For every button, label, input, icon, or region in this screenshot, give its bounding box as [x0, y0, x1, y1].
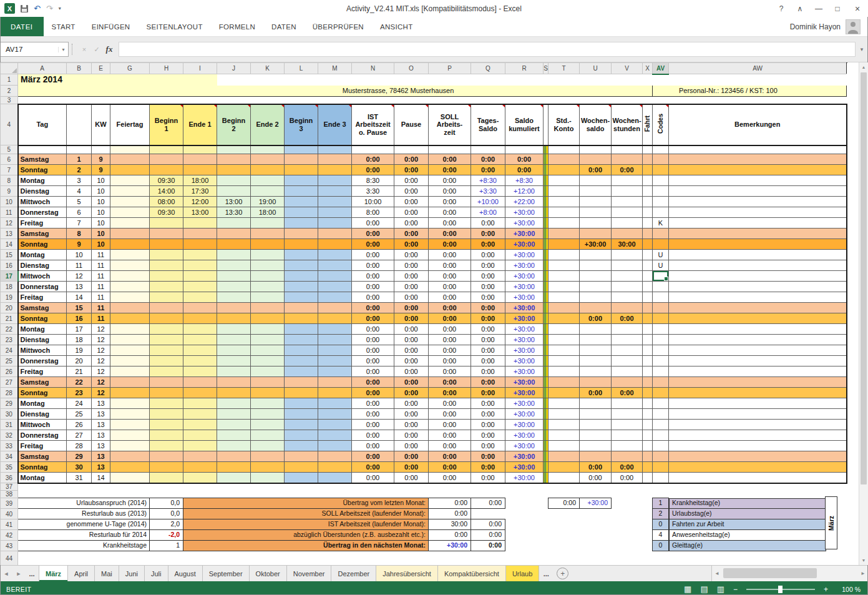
cell[interactable]: [544, 498, 549, 509]
cell-P24[interactable]: 0:00: [429, 345, 471, 356]
cell[interactable]: [643, 519, 653, 530]
cell-A36[interactable]: Montag: [18, 473, 67, 483]
cell-I21[interactable]: [183, 313, 217, 324]
cell-K27[interactable]: [251, 377, 285, 388]
cell-B6[interactable]: 1: [67, 154, 92, 165]
cell-V24[interactable]: [612, 345, 643, 356]
cell[interactable]: [544, 519, 549, 530]
cell-AW26[interactable]: [669, 366, 847, 377]
cell-V5[interactable]: [612, 145, 643, 154]
cell-K20[interactable]: [251, 303, 285, 313]
cell-O15[interactable]: 0:00: [394, 250, 429, 260]
cell-A31[interactable]: Mittwoch: [18, 420, 67, 430]
cell[interactable]: [643, 498, 653, 509]
page-layout-view-icon[interactable]: ▤: [700, 585, 708, 593]
row-header-3[interactable]: 3: [1, 97, 18, 104]
cell-X30[interactable]: [643, 409, 653, 420]
cell-K16[interactable]: [251, 260, 285, 271]
redo-icon[interactable]: ↷: [46, 4, 53, 12]
cell-X6[interactable]: [643, 154, 653, 165]
cell-AV30[interactable]: [653, 409, 669, 420]
cell-I35[interactable]: [183, 462, 217, 473]
cell-H10[interactable]: 08:00: [150, 197, 183, 207]
cell-J27[interactable]: [217, 377, 251, 388]
cell-M26[interactable]: [318, 366, 352, 377]
cell-B11[interactable]: 6: [67, 207, 92, 218]
cell-X17[interactable]: [643, 271, 653, 282]
cell-O25[interactable]: 0:00: [394, 356, 429, 366]
cell-T14[interactable]: [549, 239, 580, 250]
cell-Q25[interactable]: 0:00: [471, 356, 505, 366]
cell-X26[interactable]: [643, 366, 653, 377]
select-all-corner[interactable]: [1, 63, 18, 74]
cell-AW13[interactable]: [669, 229, 847, 239]
cell-N29[interactable]: 0:00: [352, 398, 394, 409]
cell-M17[interactable]: [318, 271, 352, 282]
col-header-Q[interactable]: Q: [471, 63, 505, 74]
cell-I18[interactable]: [183, 282, 217, 292]
cell-AW9[interactable]: [669, 186, 847, 197]
cell-S17[interactable]: [544, 271, 549, 282]
cell-R18[interactable]: +30:00: [505, 282, 544, 292]
row-header-28[interactable]: 28: [1, 388, 18, 398]
cell-X7[interactable]: [643, 165, 653, 175]
cell-AV19[interactable]: [653, 292, 669, 303]
cell-V22[interactable]: [612, 324, 643, 335]
cell-X31[interactable]: [643, 420, 653, 430]
cell-A29[interactable]: Montag: [18, 398, 67, 409]
cell-J24[interactable]: [217, 345, 251, 356]
cell-P6[interactable]: 0:00: [429, 154, 471, 165]
row-header-25[interactable]: 25: [1, 356, 18, 366]
cell-T6[interactable]: [549, 154, 580, 165]
cell-O5[interactable]: [394, 145, 429, 154]
cell-S10[interactable]: [544, 197, 549, 207]
cell-R20[interactable]: +30:00: [505, 303, 544, 313]
cell-A19[interactable]: Freitag: [18, 292, 67, 303]
cell-Q8[interactable]: +8:30: [471, 175, 505, 186]
cell-E33[interactable]: 13: [92, 441, 110, 451]
row-header-39[interactable]: 39: [1, 498, 18, 509]
cell-X9[interactable]: [643, 186, 653, 197]
cell-N36[interactable]: 0:00: [352, 473, 394, 483]
cell-S5[interactable]: [544, 145, 549, 154]
col-header-AV[interactable]: AV: [653, 63, 669, 74]
scroll-down-icon[interactable]: ▼: [859, 556, 868, 565]
cell-A18[interactable]: Donnerstag: [18, 282, 67, 292]
cell-L27[interactable]: [285, 377, 318, 388]
row-header-7[interactable]: 7: [1, 165, 18, 175]
cell-AV15[interactable]: U: [653, 250, 669, 260]
cell-O21[interactable]: 0:00: [394, 313, 429, 324]
col-header-O[interactable]: O: [394, 63, 429, 74]
header-std_konto[interactable]: Std.- Konto: [549, 104, 580, 145]
cell-O29[interactable]: 0:00: [394, 398, 429, 409]
cell-V23[interactable]: [612, 335, 643, 345]
cell-H12[interactable]: [150, 218, 183, 229]
header-tag_nr[interactable]: [67, 104, 92, 145]
cell-V32[interactable]: [612, 430, 643, 441]
cell-L34[interactable]: [285, 451, 318, 462]
cell-AV14[interactable]: [653, 239, 669, 250]
cell-G33[interactable]: [110, 441, 150, 451]
cell-B30[interactable]: 25: [67, 409, 92, 420]
header-beginn3[interactable]: Beginn 3: [285, 104, 318, 145]
cell-J28[interactable]: [217, 388, 251, 398]
cell-AV11[interactable]: [653, 207, 669, 218]
cell-K13[interactable]: [251, 229, 285, 239]
cell-O17[interactable]: 0:00: [394, 271, 429, 282]
cell-X27[interactable]: [643, 377, 653, 388]
summary-band-value-1[interactable]: +30:00: [429, 541, 471, 551]
cell-M36[interactable]: [318, 473, 352, 483]
row-header-14[interactable]: 14: [1, 239, 18, 250]
cell-P22[interactable]: 0:00: [429, 324, 471, 335]
cell-R31[interactable]: +30:00: [505, 420, 544, 430]
cell-AV12[interactable]: K: [653, 218, 669, 229]
cell-L36[interactable]: [285, 473, 318, 483]
cell-A22[interactable]: Montag: [18, 324, 67, 335]
cell-L22[interactable]: [285, 324, 318, 335]
cell-N19[interactable]: 0:00: [352, 292, 394, 303]
cell-T7[interactable]: [549, 165, 580, 175]
cell-U36[interactable]: 0:00: [580, 473, 612, 483]
cell[interactable]: [505, 509, 544, 519]
cell-I19[interactable]: [183, 292, 217, 303]
cell-P19[interactable]: 0:00: [429, 292, 471, 303]
